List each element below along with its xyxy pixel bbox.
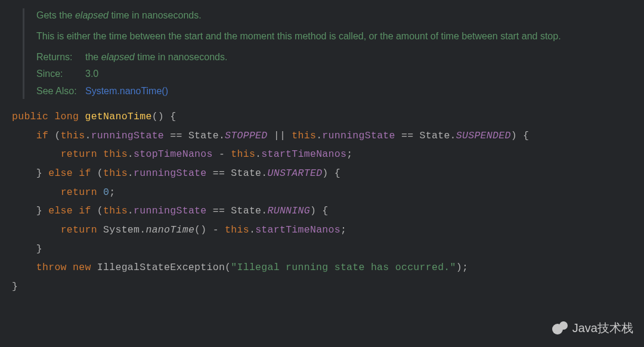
text: time in nanoseconds. [109,10,202,20]
keyword: this [225,224,249,236]
field: stopTimeNanos [134,148,213,160]
field: runningState [134,168,206,179]
keyword: throw [36,262,67,273]
class-ref: IllegalStateException [97,262,225,273]
doc-summary: Gets the elapsed time in nanoseconds. [36,8,632,23]
keyword: new [73,262,91,273]
method-name: getNanoTime [85,111,151,122]
doc-seealso-link[interactable]: System.nanoTime() [85,84,168,99]
keyword: else [48,205,73,216]
wechat-icon [552,321,569,336]
doc-since-row: Since: 3.0 [36,67,632,82]
keyword: if [79,168,91,179]
field: runningState [322,130,395,141]
number-literal: 0 [103,187,109,198]
field: startTimeNanos [255,224,340,236]
watermark-text: Java技术栈 [572,320,633,336]
text: time in nanoseconds. [135,52,228,62]
doc-description: This is either the time between the star… [36,29,632,44]
keyword: this [103,168,128,179]
doc-returns-label: Returns: [36,50,85,65]
keyword: this [61,130,85,141]
field: runningState [91,130,164,141]
keyword: if [36,130,48,141]
keyword: return [61,187,97,198]
javadoc-block: Gets the elapsed time in nanoseconds. Th… [23,8,632,99]
keyword: this [231,148,255,160]
string-literal: "Illegal running state has occurred." [231,262,456,273]
field: runningState [134,205,206,216]
enum-const: RUNNING [268,205,310,216]
class-ref: State [231,168,261,179]
keyword: this [103,205,128,216]
doc-returns-value: the elapsed time in nanoseconds. [85,50,227,65]
text: Gets the [36,10,75,20]
text: the [85,52,101,62]
keyword: return [61,148,97,160]
class-ref: State [231,205,261,216]
watermark-badge: Java技术栈 [552,320,633,336]
text-em: elapsed [75,10,109,20]
editor-pane: Gets the elapsed time in nanoseconds. Th… [0,0,644,305]
keyword: if [79,205,91,216]
doc-since-label: Since: [36,67,85,82]
class-ref: State [420,130,450,141]
keyword: this [103,148,128,160]
class-ref: State [188,130,219,141]
doc-since-value: 3.0 [85,67,98,82]
keyword: else [48,168,73,179]
doc-seealso-row: See Also: System.nanoTime() [36,84,632,99]
enum-const: STOPPED [225,130,267,141]
keyword: long [54,111,79,122]
code-block[interactable]: public long getNanoTime() { if (this.run… [12,107,632,296]
doc-returns-row: Returns: the elapsed time in nanoseconds… [36,50,632,65]
keyword: this [292,130,316,141]
class-ref: System [103,224,140,236]
doc-seealso-label: See Also: [36,84,85,99]
enum-const: UNSTARTED [268,168,323,179]
keyword: public [12,111,48,122]
static-method: nanoTime [145,224,194,236]
field: startTimeNanos [261,148,346,160]
text-em: elapsed [101,52,135,62]
enum-const: SUSPENDED [456,130,511,141]
keyword: return [61,224,97,236]
